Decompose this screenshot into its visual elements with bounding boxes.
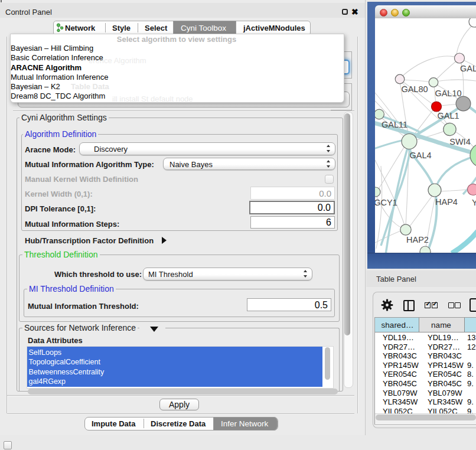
svg-text:GCY1: GCY1: [375, 198, 397, 207]
svg-text:GAL80: GAL80: [401, 84, 428, 94]
svg-text:GAL4: GAL4: [409, 151, 431, 160]
svg-text:SWI4: SWI4: [449, 137, 470, 146]
svg-text:HAP4: HAP4: [435, 197, 458, 207]
svg-text:GAL11: GAL11: [382, 120, 407, 129]
svg-text:GAL7: GAL7: [460, 64, 476, 73]
svg-text:GAL10: GAL10: [435, 89, 461, 98]
svg-text:GAL1: GAL1: [437, 111, 459, 120]
svg-text:YJ: YJ: [472, 198, 476, 207]
svg-text:HAP2: HAP2: [406, 235, 429, 244]
